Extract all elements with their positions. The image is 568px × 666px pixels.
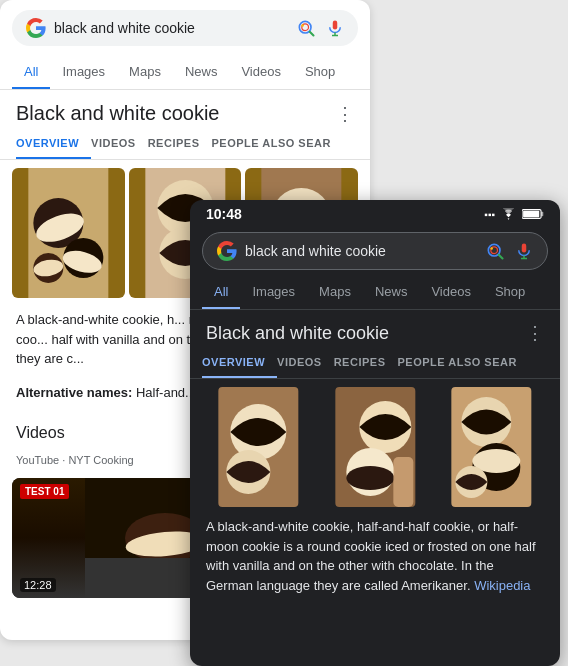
bg-sub-tabs: OVERVIEW VIDEOS RECIPES PEOPLE ALSO SEAR — [0, 129, 370, 160]
svg-point-3 — [301, 24, 304, 27]
lens-icon[interactable] — [296, 18, 316, 38]
svg-rect-30 — [541, 212, 543, 216]
google-logo — [26, 18, 46, 38]
bg-tab-news[interactable]: News — [173, 56, 230, 89]
fg-tab-news[interactable]: News — [363, 276, 420, 309]
fg-cookie-images — [190, 387, 560, 507]
bg-alt-names-value: Half-and... — [136, 385, 196, 400]
fg-subtab-videos[interactable]: VIDEOS — [277, 348, 334, 378]
fg-tab-images[interactable]: Images — [240, 276, 307, 309]
bg-cookie-img-1 — [12, 168, 125, 298]
fg-subtab-recipes[interactable]: RECIPES — [334, 348, 398, 378]
svg-rect-46 — [393, 457, 413, 507]
bg-entity-header: Black and white cookie ⋮ — [0, 90, 370, 129]
svg-point-45 — [346, 466, 394, 490]
fg-search-tabs: All Images Maps News Videos Shop — [190, 276, 560, 310]
bg-more-options[interactable]: ⋮ — [336, 103, 354, 125]
bg-tab-images[interactable]: Images — [50, 56, 117, 89]
svg-rect-4 — [333, 21, 338, 30]
fg-time: 10:48 — [206, 206, 242, 222]
fg-sub-tabs: OVERVIEW VIDEOS RECIPES PEOPLE ALSO SEAR — [190, 348, 560, 379]
bg-search-tabs: All Images Maps News Videos Shop — [0, 56, 370, 90]
fg-tab-shop[interactable]: Shop — [483, 276, 537, 309]
fg-search-query: black and white cookie — [245, 243, 477, 259]
fg-battery-icon — [522, 208, 544, 220]
fg-signal-icon: ▪▪▪ — [484, 209, 495, 220]
bg-tab-videos[interactable]: Videos — [229, 56, 293, 89]
fg-subtab-peoplealso[interactable]: PEOPLE ALSO SEAR — [397, 348, 528, 378]
fg-mic-icon[interactable] — [515, 241, 533, 261]
bg-tab-shop[interactable]: Shop — [293, 56, 347, 89]
fg-tab-all[interactable]: All — [202, 276, 240, 309]
fg-description: A black-and-white cookie, half-and-half … — [190, 507, 560, 605]
fg-search-bar[interactable]: black and white cookie — [202, 232, 548, 270]
fg-wifi-icon — [501, 208, 516, 220]
fg-status-icons: ▪▪▪ — [484, 208, 544, 220]
bg-subtab-peoplealso[interactable]: PEOPLE ALSO SEAR — [211, 129, 342, 159]
fg-tab-videos[interactable]: Videos — [419, 276, 483, 309]
bg-search-icons — [296, 18, 344, 38]
bg-tab-all[interactable]: All — [12, 56, 50, 89]
mic-icon[interactable] — [326, 18, 344, 38]
fg-entity-title-text: Black and white cookie — [206, 323, 389, 344]
fg-subtab-overview[interactable]: OVERVIEW — [202, 348, 277, 378]
bg-search-bar[interactable]: black and white cookie — [12, 10, 358, 46]
fg-google-logo — [217, 241, 237, 261]
svg-rect-31 — [523, 211, 539, 218]
svg-point-35 — [490, 247, 493, 250]
bg-entity-title-text: Black and white cookie — [16, 102, 219, 125]
fg-cookie-img-2 — [319, 387, 432, 507]
svg-line-2 — [310, 32, 314, 36]
bg-subtab-overview[interactable]: OVERVIEW — [16, 129, 91, 159]
bg-test-badge: TEST 01 — [20, 484, 69, 499]
svg-line-34 — [499, 255, 503, 259]
fg-lens-icon[interactable] — [485, 241, 505, 261]
bg-tab-maps[interactable]: Maps — [117, 56, 173, 89]
bg-alt-names-label: Alternative names: — [16, 385, 132, 400]
svg-rect-36 — [522, 244, 527, 253]
fg-entity-header: Black and white cookie ⋮ — [190, 310, 560, 348]
bg-search-query: black and white cookie — [54, 20, 288, 36]
bg-subtab-recipes[interactable]: RECIPES — [148, 129, 212, 159]
bg-video-duration: 12:28 — [20, 578, 56, 592]
fg-status-bar: 10:48 ▪▪▪ — [190, 200, 560, 226]
fg-cookie-img-1 — [202, 387, 315, 507]
fg-wikipedia-link[interactable]: Wikipedia — [474, 578, 530, 593]
fg-search-card: 10:48 ▪▪▪ black and white cookie — [190, 200, 560, 666]
fg-cookie-img-3 — [435, 387, 548, 507]
bg-subtab-videos[interactable]: VIDEOS — [91, 129, 148, 159]
fg-more-options[interactable]: ⋮ — [526, 322, 544, 344]
fg-tab-maps[interactable]: Maps — [307, 276, 363, 309]
